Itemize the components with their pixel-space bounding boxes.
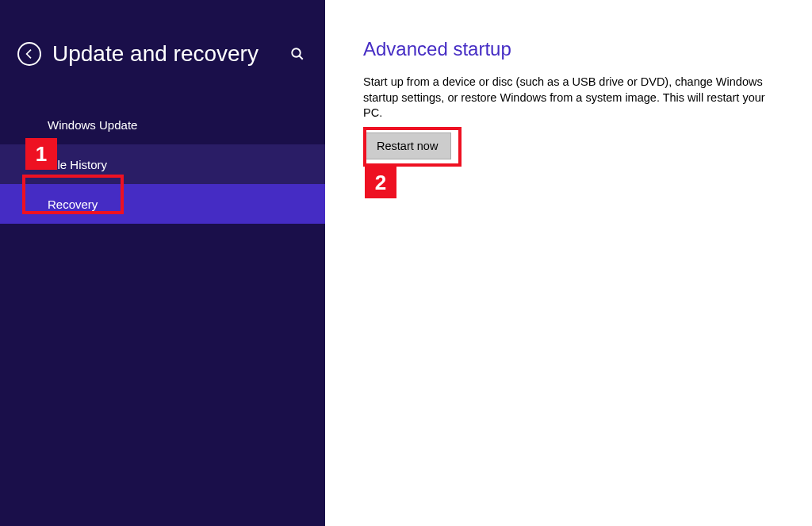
section-title: Advanced startup bbox=[363, 38, 774, 60]
sidebar-item-file-history[interactable]: File History bbox=[0, 144, 325, 184]
sidebar-item-label: Recovery bbox=[48, 198, 98, 211]
sidebar-item-label: Windows Update bbox=[48, 118, 137, 132]
restart-now-button[interactable]: Restart now bbox=[363, 132, 451, 159]
sidebar-item-windows-update[interactable]: Windows Update bbox=[0, 105, 325, 144]
sidebar-nav: Windows Update File History Recovery bbox=[0, 105, 325, 224]
header: Update and recovery bbox=[0, 0, 325, 90]
arrow-left-icon bbox=[23, 48, 36, 60]
sidebar-item-label: File History bbox=[48, 158, 107, 171]
back-button[interactable] bbox=[17, 42, 41, 66]
search-icon bbox=[290, 47, 304, 61]
page-title: Update and recovery bbox=[52, 41, 274, 67]
search-button[interactable] bbox=[285, 42, 309, 66]
svg-line-1 bbox=[299, 56, 303, 60]
section-description: Start up from a device or disc (such as … bbox=[363, 75, 774, 121]
content-area: Advanced startup Start up from a device … bbox=[325, 0, 812, 526]
sidebar: Update and recovery Windows Update File … bbox=[0, 0, 325, 526]
svg-point-0 bbox=[292, 48, 301, 57]
sidebar-item-recovery[interactable]: Recovery bbox=[0, 184, 325, 224]
